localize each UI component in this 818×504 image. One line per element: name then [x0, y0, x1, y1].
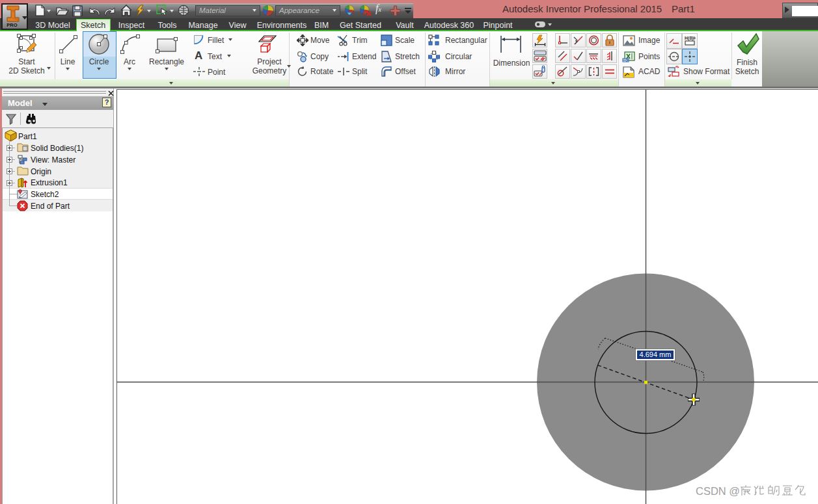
svg-text:H(8)H: H(8)H	[685, 36, 696, 41]
